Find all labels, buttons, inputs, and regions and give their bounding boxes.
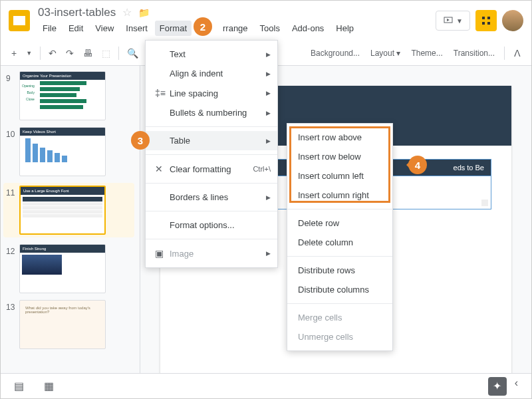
menu-bar: File Edit View Insert Format rrange Tool…: [38, 21, 436, 36]
theme-button[interactable]: Theme...: [407, 46, 446, 61]
grid-view-icon[interactable]: ▦: [44, 380, 54, 392]
step-badge-3: 3: [131, 131, 150, 150]
background-button[interactable]: Background...: [307, 46, 364, 61]
table-submenu: Insert row above Insert row below Insert…: [287, 123, 393, 351]
svg-rect-1: [482, 17, 485, 19]
format-borders[interactable]: Borders & lines▶: [146, 188, 277, 207]
delete-row[interactable]: Delete row: [287, 213, 392, 233]
format-bullets[interactable]: Bullets & numbering▶: [146, 103, 277, 122]
svg-rect-3: [482, 22, 485, 25]
slide-thumbnail-12[interactable]: Finish Strong: [19, 244, 106, 293]
menu-insert[interactable]: Insert: [121, 21, 152, 36]
user-avatar[interactable]: [502, 10, 523, 31]
format-align[interactable]: Align & indent▶: [146, 64, 277, 83]
menu-help[interactable]: Help: [331, 21, 358, 36]
redo-button[interactable]: ↷: [62, 44, 78, 63]
distribute-rows[interactable]: Distribute rows: [287, 261, 392, 280]
format-line-spacing[interactable]: ‡≡Line spacing▶: [146, 83, 277, 103]
slide-thumbnail-13[interactable]: What did you take away from today's pres…: [19, 300, 106, 349]
format-options[interactable]: Format options...: [146, 215, 277, 235]
slide-panel: 9 Organize Your Presentation OpeningBody…: [1, 66, 140, 398]
collapse-button[interactable]: ᐱ: [510, 44, 525, 63]
zoom-button[interactable]: 🔍: [123, 44, 142, 63]
format-text[interactable]: Text▶: [146, 45, 277, 64]
slide-number: 13: [6, 300, 19, 349]
undo-button[interactable]: ↶: [45, 44, 61, 63]
menu-file[interactable]: File: [38, 21, 61, 36]
new-slide-button[interactable]: +: [7, 44, 21, 63]
delete-column[interactable]: Delete column: [287, 233, 392, 252]
slide-number: 9: [6, 71, 19, 120]
merge-cells: Merge cells: [287, 308, 392, 327]
document-title[interactable]: 03-insert-tables: [38, 6, 116, 19]
print-button[interactable]: 🖶: [79, 44, 96, 63]
insert-row-below[interactable]: Insert row below: [287, 147, 392, 166]
slide-thumbnail-10[interactable]: Keep Videos Short: [19, 127, 106, 176]
step-badge-2: 2: [194, 17, 212, 36]
transition-button[interactable]: Transition...: [450, 46, 499, 61]
star-icon[interactable]: ☆: [122, 6, 132, 19]
slide-thumbnail-11[interactable]: Use a Large Enough Font: [19, 186, 106, 235]
svg-rect-4: [487, 22, 490, 25]
layout-button[interactable]: Layout ▾: [366, 46, 404, 61]
format-table[interactable]: Table▶: [146, 131, 277, 150]
svg-rect-2: [487, 17, 490, 19]
paint-format-button[interactable]: ⬚: [98, 44, 114, 63]
format-dropdown: Text▶ Align & indent▶ ‡≡Line spacing▶ Bu…: [145, 40, 278, 268]
slide-number: 12: [6, 244, 19, 293]
filmstrip-view-icon[interactable]: ▤: [14, 380, 24, 392]
menu-arrange[interactable]: rrange: [218, 21, 253, 36]
slide-thumbnail-9[interactable]: Organize Your Presentation OpeningBodyCl…: [19, 71, 106, 120]
menu-edit[interactable]: Edit: [64, 21, 88, 36]
slide-number: 10: [6, 127, 19, 176]
insert-column-right[interactable]: Insert column right: [287, 186, 392, 205]
new-slide-dropdown[interactable]: ▼: [22, 46, 36, 61]
menu-view[interactable]: View: [90, 21, 118, 36]
menu-addons[interactable]: Add-ons: [287, 21, 329, 36]
explore-button[interactable]: ✦: [488, 377, 507, 396]
insert-row-above[interactable]: Insert row above: [287, 128, 392, 147]
unmerge-cells: Unmerge cells: [287, 327, 392, 346]
chevron-left-icon[interactable]: ‹: [515, 377, 518, 396]
menu-format[interactable]: Format: [155, 21, 192, 36]
slide-number: 11: [6, 186, 19, 235]
insert-column-left[interactable]: Insert column left: [287, 166, 392, 186]
format-image: ▣Image▶: [146, 243, 277, 263]
share-button[interactable]: [475, 10, 497, 31]
step-badge-4: 4: [408, 156, 427, 174]
distribute-columns[interactable]: Distribute columns: [287, 280, 392, 299]
slides-logo[interactable]: [9, 10, 30, 31]
folder-icon[interactable]: 📁: [138, 7, 150, 18]
menu-tools[interactable]: Tools: [255, 21, 285, 36]
format-clear[interactable]: ✕Clear formattingCtrl+\: [146, 159, 277, 179]
present-button[interactable]: ▼: [436, 11, 470, 31]
